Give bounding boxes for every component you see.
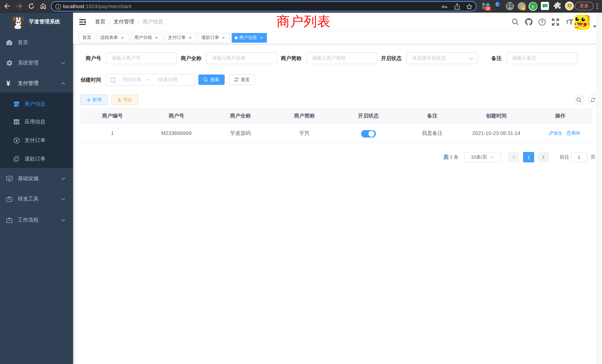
svg-text:?: ?	[541, 20, 543, 24]
